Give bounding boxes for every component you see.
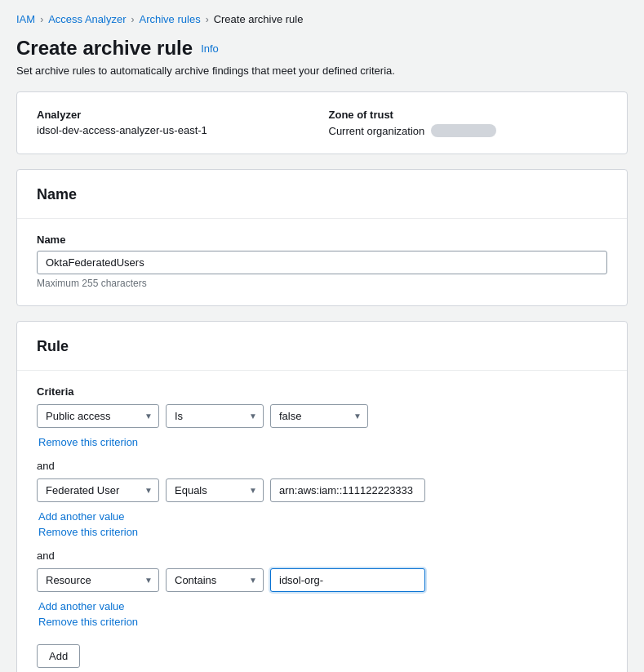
name-divider (17, 218, 627, 219)
rule-section-header: Rule (37, 338, 607, 355)
criterion-1-field-wrapper: Public access Federated User Resource Ac… (37, 404, 159, 428)
breadcrumb-iam[interactable]: IAM (16, 13, 35, 25)
breadcrumb: IAM › Access Analyzer › Archive rules › … (16, 13, 628, 25)
criterion-1-value-wrapper: true false ▼ (270, 404, 368, 428)
criterion-1-operator-wrapper: Is Equals Contains Not equals ▼ (166, 404, 264, 428)
criterion-3-operator-wrapper: Is Equals Contains Not equals ▼ (166, 568, 264, 592)
criterion-1-field-select[interactable]: Public access Federated User Resource Ac… (37, 404, 159, 428)
breadcrumb-sep-2: › (131, 14, 135, 25)
breadcrumb-current: Create archive rule (214, 13, 304, 25)
zone-blurred-value (431, 124, 496, 137)
criterion-3-field-wrapper: Public access Federated User Resource Ac… (37, 568, 159, 592)
criterion-2-operator-wrapper: Is Equals Contains Not equals ▼ (166, 478, 264, 502)
page-title: Create archive rule (16, 37, 193, 60)
name-section-header: Name (37, 186, 607, 203)
analyzer-label: Analyzer (37, 109, 316, 121)
rule-card: Rule Criteria Public access Federated Us… (16, 321, 628, 672)
analyzer-card: Analyzer idsol-dev-access-analyzer-us-ea… (16, 91, 628, 154)
criterion-3-add-value-link[interactable]: Add another value (38, 600, 125, 612)
criterion-1-remove-link[interactable]: Remove this criterion (38, 436, 138, 448)
name-field-hint: Maximum 255 characters (37, 278, 607, 289)
analyzer-value: idsol-dev-access-analyzer-us-east-1 (37, 124, 316, 136)
criterion-3-operator-select[interactable]: Is Equals Contains Not equals (166, 568, 264, 592)
criterion-3-group: and Public access Federated User Resourc… (37, 550, 607, 636)
rule-divider (17, 370, 627, 371)
criterion-1-row: Public access Federated User Resource Ac… (37, 404, 607, 456)
criterion-1-operator-select[interactable]: Is Equals Contains Not equals (166, 404, 264, 428)
breadcrumb-archive-rules[interactable]: Archive rules (140, 13, 201, 25)
criterion-2-group: and Public access Federated User Resourc… (37, 460, 607, 546)
criterion-2-value-input[interactable] (270, 478, 425, 502)
criterion-2-remove-link[interactable]: Remove this criterion (38, 526, 138, 538)
name-card: Name Name Maximum 255 characters (16, 169, 628, 306)
criterion-2-operator-select[interactable]: Is Equals Contains Not equals (166, 478, 264, 502)
breadcrumb-sep-3: › (206, 14, 209, 25)
criterion-3-remove-link[interactable]: Remove this criterion (38, 616, 138, 628)
criterion-2-and: and (37, 460, 607, 472)
breadcrumb-access-analyzer[interactable]: Access Analyzer (48, 13, 126, 25)
criterion-2-add-value-link[interactable]: Add another value (38, 510, 125, 523)
criterion-1-value-select[interactable]: true false (270, 404, 368, 428)
zone-value: Current organization (329, 125, 425, 137)
criterion-3-value-input[interactable] (270, 568, 425, 592)
add-criterion-button[interactable]: Add (37, 644, 80, 668)
criterion-3-and: and (37, 550, 607, 562)
criterion-3-field-select[interactable]: Public access Federated User Resource Ac… (37, 568, 159, 592)
page-description: Set archive rules to automatically archi… (16, 65, 628, 77)
criterion-2-field-select[interactable]: Public access Federated User Resource Ac… (37, 478, 159, 502)
breadcrumb-sep-1: › (40, 14, 43, 25)
name-field-label: Name (37, 234, 607, 246)
info-link[interactable]: Info (201, 42, 219, 55)
criterion-2-field-wrapper: Public access Federated User Resource Ac… (37, 478, 159, 502)
name-input[interactable] (37, 251, 607, 274)
zone-label: Zone of trust (329, 109, 608, 121)
criteria-label: Criteria (37, 385, 607, 398)
